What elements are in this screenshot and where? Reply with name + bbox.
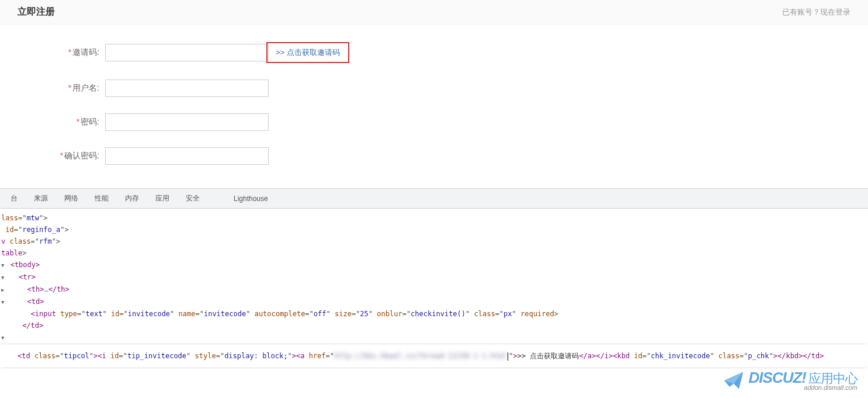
paper-plane-icon (723, 370, 744, 372)
devtools-tab-memory[interactable]: 内存 (117, 189, 147, 208)
username-input[interactable] (105, 79, 269, 97)
devtools-tab-network[interactable]: 网络 (56, 189, 86, 208)
html-line[interactable] (1, 331, 867, 344)
devtools-tab-sources[interactable]: 来源 (26, 189, 56, 208)
invitecode-row: *邀请码: >> 点击获取邀请码 (41, 42, 868, 63)
html-line[interactable]: <td> (1, 296, 867, 308)
html-line[interactable]: <tr> (1, 271, 867, 283)
username-label: *用户名: (41, 83, 99, 94)
selected-html-block[interactable]: <td class="tipcol"><i id="tip_invitecode… (1, 344, 867, 368)
registration-form: *邀请码: >> 点击获取邀请码 *用户名: *密码: *确认密码: (0, 25, 868, 188)
devtools-tab-application[interactable]: 应用 (147, 189, 178, 208)
password-label: *密码: (41, 117, 99, 127)
devtools-tab-security[interactable]: 安全 (178, 189, 208, 208)
html-line[interactable]: <th>…</th> (1, 283, 867, 296)
username-row: *用户名: (41, 79, 868, 97)
invitecode-label: *邀请码: (41, 47, 99, 58)
devtools-tab-console[interactable]: 台 (2, 189, 26, 208)
devtools-tab-performance[interactable]: 性能 (86, 189, 117, 208)
devtools-elements[interactable]: lass="mtw"> id="reginfo_a">v class="rfm"… (0, 209, 868, 372)
confirm-row: *确认密码: (41, 147, 868, 165)
html-line[interactable]: id="reginfo_a"> (1, 224, 867, 236)
html-line[interactable]: lass="mtw"> (1, 212, 867, 224)
html-line[interactable]: table> (1, 247, 867, 259)
html-line[interactable]: </td> (1, 320, 867, 331)
password-input[interactable] (105, 113, 269, 131)
discuz-watermark: DISCUZ!应用中心 addon.dismall.com (723, 370, 857, 372)
get-invite-link[interactable]: >> 点击获取邀请码 (276, 48, 340, 57)
confirm-label: *确认密码: (41, 151, 99, 161)
invite-link-highlight: >> 点击获取邀请码 (266, 42, 349, 63)
devtools-panel: 台 来源 网络 性能 内存 应用 安全 Lighthouse lass="mtw… (0, 188, 868, 372)
html-line[interactable]: <tbody> (1, 259, 867, 271)
invitecode-input[interactable] (105, 44, 269, 61)
password-row: *密码: (41, 113, 868, 131)
login-link[interactable]: 已有账号？现在登录 (782, 7, 850, 18)
html-line[interactable]: <input type="text" id="invitecode" name=… (1, 308, 867, 320)
devtools-tabs: 台 来源 网络 性能 内存 应用 安全 Lighthouse (0, 189, 868, 209)
page-header: 立即注册 已有账号？现在登录 (0, 0, 868, 25)
confirm-input[interactable] (105, 147, 269, 165)
page-title: 立即注册 (18, 6, 55, 18)
html-line[interactable]: v class="rfm"> (1, 236, 867, 247)
devtools-tab-lighthouse[interactable]: Lighthouse (225, 190, 276, 207)
